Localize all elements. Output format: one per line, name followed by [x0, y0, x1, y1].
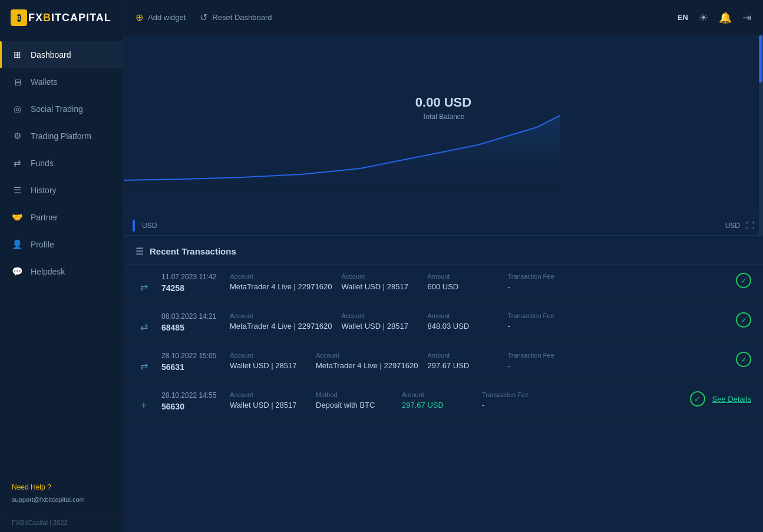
- chart-expand-icon[interactable]: ⛶: [746, 221, 754, 230]
- tx-to-col: Method Deposit with BTC: [316, 391, 392, 409]
- chart-footer-right: USD ⛶: [725, 221, 754, 230]
- sidebar-item-dashboard[interactable]: ⊞ Dashboard: [0, 41, 123, 68]
- tx-fee-label: Transaction Fee: [507, 352, 572, 359]
- tx-status: ✓: [736, 352, 751, 367]
- tx-amount-value: 297.67 USD: [402, 401, 473, 409]
- helpdesk-icon: 💬: [12, 266, 22, 277]
- transactions-section: ☰ Recent Transactions ⇄ 11.07.2023 11:42…: [124, 236, 763, 532]
- chart-scrollbar-thumb[interactable]: [759, 35, 762, 82]
- chart-footer: USD USD ⛶: [124, 216, 762, 235]
- tx-fee-value: -: [507, 322, 572, 331]
- nav-menu: ⊞ Dashboard 🖥 Wallets ◎ Social Trading ⚙…: [0, 35, 123, 474]
- theme-toggle-button[interactable]: ☀: [699, 11, 708, 24]
- reset-icon: ↺: [200, 12, 207, 23]
- tx-amount-value: 297.67 USD: [427, 361, 498, 370]
- table-row: ⇄ 28.10.2022 15:05 56631 Account Wallet …: [124, 343, 763, 383]
- tx-status: ✓: [736, 273, 751, 288]
- tx-to-label: Account: [341, 312, 418, 319]
- tx-from-label: Account: [230, 352, 306, 359]
- tx-amount-col: Amount 600 USD: [427, 273, 498, 291]
- tx-from-col: Account Wallet USD | 28517: [230, 352, 306, 370]
- language-selector[interactable]: EN: [678, 13, 688, 22]
- tx-from-col: Account Wallet USD | 28517: [230, 391, 306, 409]
- transactions-icon: ☰: [136, 246, 144, 257]
- add-widget-icon: ⊕: [136, 12, 143, 23]
- header: ⊕ Add widget ↺ Reset Dashboard EN ☀ 🔔 ⇥: [124, 0, 763, 35]
- sidebar-item-label: Social Trading: [31, 104, 83, 114]
- tx-fee-label: Transaction Fee: [507, 273, 572, 280]
- tx-status: ✓: [736, 312, 751, 328]
- partner-icon: 🤝: [12, 212, 22, 223]
- tx-to-value: Wallet USD | 28517: [341, 322, 418, 331]
- tx-from-value: Wallet USD | 28517: [230, 401, 306, 409]
- add-widget-button[interactable]: ⊕ Add widget: [136, 12, 186, 23]
- tx-amount-label: Amount: [427, 312, 498, 319]
- sidebar: ₿ FXBITCAPITAL ⊞ Dashboard 🖥 Wallets ◎ S…: [0, 0, 124, 532]
- sidebar-item-partner[interactable]: 🤝 Partner: [0, 204, 123, 231]
- chart-footer-left-label: USD: [142, 222, 157, 230]
- sidebar-item-label: History: [31, 186, 57, 195]
- tx-to-label: Method: [316, 391, 392, 398]
- transfer-icon: ⇄: [136, 279, 152, 295]
- logout-button[interactable]: ⇥: [742, 11, 751, 24]
- tx-fee-value: -: [507, 282, 572, 291]
- footer-copy: FXBitCapital | 2022: [0, 513, 123, 532]
- tx-date: 28.10.2022 15:05: [161, 352, 220, 360]
- sidebar-item-label: Funds: [31, 158, 54, 168]
- sidebar-item-label: Trading Platform: [31, 131, 91, 141]
- tx-check-icon: ✓: [736, 312, 751, 328]
- tx-from-col: Account MetaTrader 4 Live | 22971620: [230, 273, 332, 291]
- total-balance-label: Total Balance: [415, 113, 471, 121]
- chart-footer-right-label: USD: [725, 222, 740, 230]
- tx-amount-col: Amount 297.67 USD: [402, 391, 473, 409]
- tx-fee-label: Transaction Fee: [507, 312, 572, 319]
- tx-date: 28.10.2022 14:55: [161, 391, 220, 399]
- tx-fee-label: Transaction Fee: [482, 391, 547, 398]
- tx-from-value: MetaTrader 4 Live | 22971620: [230, 282, 332, 291]
- logo: ₿ FXBITCAPITAL: [0, 0, 123, 35]
- see-details-link[interactable]: See Details: [712, 395, 751, 404]
- notifications-button[interactable]: 🔔: [719, 11, 732, 24]
- sidebar-item-trading-platform[interactable]: ⚙ Trading Platform: [0, 123, 123, 150]
- sidebar-item-wallets[interactable]: 🖥 Wallets: [0, 68, 123, 95]
- tx-from-label: Account: [230, 312, 332, 319]
- tx-amount-label: Amount: [427, 273, 498, 280]
- sidebar-item-history[interactable]: ☰ History: [0, 177, 123, 204]
- sidebar-item-social-trading[interactable]: ◎ Social Trading: [0, 95, 123, 123]
- tx-amount-col: Amount 848.03 USD: [427, 312, 498, 331]
- tx-to-value: Wallet USD | 28517: [341, 282, 418, 291]
- tx-id: 74258: [161, 283, 220, 293]
- sidebar-item-profile[interactable]: 👤 Profile: [0, 231, 123, 258]
- trading-platform-icon: ⚙: [12, 131, 22, 141]
- tx-fee-col: Transaction Fee -: [482, 391, 547, 409]
- tx-from-col: Account MetaTrader 4 Live | 22971620: [230, 312, 332, 331]
- tx-fee-value: -: [507, 361, 572, 370]
- transactions-header: ☰ Recent Transactions: [124, 236, 763, 265]
- tx-to-label: Account: [341, 273, 418, 280]
- tx-datetime: 28.10.2022 14:55 56630: [161, 391, 220, 411]
- logo-fx: FX: [28, 12, 43, 24]
- tx-id: 68485: [161, 323, 220, 332]
- table-row: + 28.10.2022 14:55 56630 Account Wallet …: [124, 383, 763, 422]
- tx-to-col: Account Wallet USD | 28517: [341, 273, 418, 291]
- support-email[interactable]: support@fxbitcapital.com: [0, 494, 123, 513]
- tx-id: 56631: [161, 362, 220, 372]
- tx-to-value: MetaTrader 4 Live | 22971620: [316, 361, 418, 370]
- tx-from-value: MetaTrader 4 Live | 22971620: [230, 322, 332, 331]
- reset-dashboard-button[interactable]: ↺ Reset Dashboard: [200, 12, 272, 23]
- history-icon: ☰: [12, 185, 22, 196]
- sidebar-item-label: Dashboard: [31, 50, 71, 60]
- sidebar-item-funds[interactable]: ⇄ Funds: [0, 150, 123, 177]
- logo-icon: ₿: [11, 9, 27, 26]
- balance-chart-widget: 0.00 USD Total Balance USD USD ⛶: [124, 35, 763, 236]
- transfer-icon: ⇄: [136, 358, 152, 374]
- table-row: ⇄ 11.07.2023 11:42 74258 Account MetaTra…: [124, 265, 763, 304]
- sidebar-item-label: Partner: [31, 213, 58, 222]
- chart-svg: [124, 39, 560, 192]
- tx-status: ✓ See Details: [690, 391, 751, 407]
- sidebar-item-helpdesk[interactable]: 💬 Helpdesk: [0, 258, 123, 285]
- deposit-icon: +: [136, 397, 152, 414]
- funds-icon: ⇄: [12, 158, 22, 168]
- transfer-icon: ⇄: [136, 318, 152, 335]
- sidebar-item-label: Helpdesk: [31, 267, 65, 276]
